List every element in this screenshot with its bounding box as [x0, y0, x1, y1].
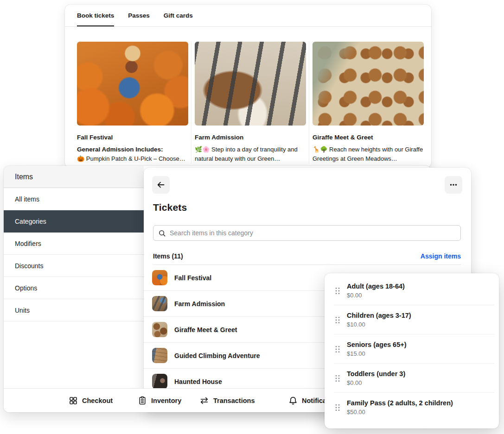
- items-count-label: Items (11): [153, 252, 183, 260]
- card-fall-festival[interactable]: Fall Festival General Admission Includes…: [65, 42, 191, 164]
- drag-handle-icon[interactable]: [335, 316, 340, 324]
- nav-item-inventory[interactable]: Inventory: [138, 389, 181, 413]
- variant-price: $0.00: [347, 379, 499, 386]
- more-options-button[interactable]: [445, 176, 462, 194]
- variant-name: Adult (ages 18-64): [347, 283, 499, 290]
- transfer-arrows-icon: [199, 396, 209, 405]
- back-arrow-icon: [156, 180, 166, 189]
- items-header-row: Items (11) Assign items: [153, 247, 461, 265]
- bell-icon: [288, 396, 298, 405]
- sidebar-title: Items: [4, 166, 144, 188]
- drag-handle-icon[interactable]: [335, 345, 340, 353]
- card-title: Giraffe Meet & Greet: [313, 134, 424, 141]
- card-title: Fall Festival: [77, 134, 188, 141]
- variant-name: Children (ages 3-17): [347, 312, 499, 319]
- item-thumbnail: [152, 296, 167, 311]
- item-thumbnail: [152, 322, 167, 337]
- variant-row-family-pass[interactable]: Family Pass (2 adults, 2 children) $50.0…: [325, 393, 499, 422]
- item-name: Haunted House: [174, 378, 222, 385]
- drag-handle-icon[interactable]: [335, 374, 340, 382]
- clipboard-icon: [138, 396, 147, 405]
- sidebar-item-options[interactable]: Options: [4, 277, 144, 299]
- sidebar-item-modifiers[interactable]: Modifiers: [4, 233, 144, 255]
- farm-goat-photo: [195, 42, 306, 126]
- back-button[interactable]: [152, 176, 170, 194]
- sidebar-item-categories[interactable]: Categories: [4, 210, 144, 233]
- variant-price: $50.00: [347, 409, 499, 415]
- item-thumbnail: [152, 374, 167, 389]
- variant-row-seniors[interactable]: Seniors (ages 65+) $15.00: [325, 334, 499, 364]
- card-farm-admission[interactable]: Farm Admission 🌿🌸 Step into a day of tra…: [191, 42, 309, 164]
- item-thumbnail: [152, 348, 167, 363]
- nav-label: Transactions: [213, 397, 255, 404]
- variant-price: $15.00: [347, 350, 499, 357]
- category-page-title: Tickets: [153, 202, 187, 213]
- variant-name: Toddlers (under 3): [347, 370, 499, 377]
- nav-label: Inventory: [151, 397, 181, 404]
- item-name: Giraffe Meet & Greet: [174, 326, 237, 333]
- variant-name: Family Pass (2 adults, 2 children): [347, 399, 499, 407]
- nav-label: Checkout: [82, 397, 113, 404]
- drag-handle-icon[interactable]: [335, 403, 340, 411]
- assign-items-link[interactable]: Assign items: [421, 252, 461, 260]
- item-thumbnail: [152, 270, 167, 285]
- pumpkin-patch-photo: [77, 42, 188, 126]
- card-giraffe-meet-greet[interactable]: Giraffe Meet & Greet 🦒🌳 Reach new height…: [309, 42, 431, 164]
- grid-icon: [69, 396, 78, 405]
- variant-row-children[interactable]: Children (ages 3-17) $10.00: [325, 305, 499, 334]
- card-description: General Admission Includes: 🎃 Pumpkin Pa…: [77, 145, 188, 164]
- sidebar-item-units[interactable]: Units: [4, 299, 144, 321]
- items-sidebar: Items All items Categories Modifiers Dis…: [4, 166, 144, 388]
- storefront-tabbar: Book tickets Passes Gift cards: [65, 5, 431, 27]
- card-description: 🦒🌳 Reach new heights with our Giraffe Gr…: [313, 145, 424, 164]
- stage: Book tickets Passes Gift cards Fall Fest…: [0, 0, 504, 434]
- card-description: 🌿🌸 Step into a day of tranquility and na…: [195, 145, 306, 164]
- nav-item-transactions[interactable]: Transactions: [199, 389, 255, 413]
- variant-name: Seniors (ages 65+): [347, 341, 499, 348]
- item-name: Guided Climbing Adventure: [174, 352, 260, 359]
- sidebar-item-all-items[interactable]: All items: [4, 188, 144, 210]
- search-input[interactable]: [170, 229, 456, 237]
- ticket-variants-panel: Adult (ages 18-64) $0.00 Children (ages …: [325, 273, 499, 428]
- tab-book-tickets[interactable]: Book tickets: [77, 5, 114, 26]
- tab-passes[interactable]: Passes: [128, 5, 150, 26]
- ticket-cards: Fall Festival General Admission Includes…: [65, 42, 431, 164]
- giraffe-photo: [313, 42, 424, 126]
- variant-row-adult[interactable]: Adult (ages 18-64) $0.00: [325, 276, 499, 305]
- variant-price: $0.00: [347, 292, 499, 299]
- ellipsis-icon: [449, 180, 458, 189]
- storefront-panel: Book tickets Passes Gift cards Fall Fest…: [65, 5, 431, 168]
- variant-row-toddlers[interactable]: Toddlers (under 3) $0.00: [325, 364, 499, 393]
- nav-item-checkout[interactable]: Checkout: [69, 389, 113, 413]
- drag-handle-icon[interactable]: [335, 287, 340, 295]
- tab-gift-cards[interactable]: Gift cards: [164, 5, 193, 26]
- search-box: [153, 225, 461, 241]
- card-title: Farm Admission: [195, 134, 306, 141]
- variant-price: $10.00: [347, 321, 499, 328]
- item-name: Fall Festival: [174, 274, 211, 282]
- sidebar-item-discounts[interactable]: Discounts: [4, 255, 144, 277]
- search-icon: [158, 229, 166, 237]
- card-description-line2: 🎃 Pumpkin Patch & U-Pick – Choose…: [77, 154, 188, 164]
- item-name: Farm Admission: [174, 300, 225, 308]
- card-description-line1: General Admission Includes:: [77, 145, 188, 154]
